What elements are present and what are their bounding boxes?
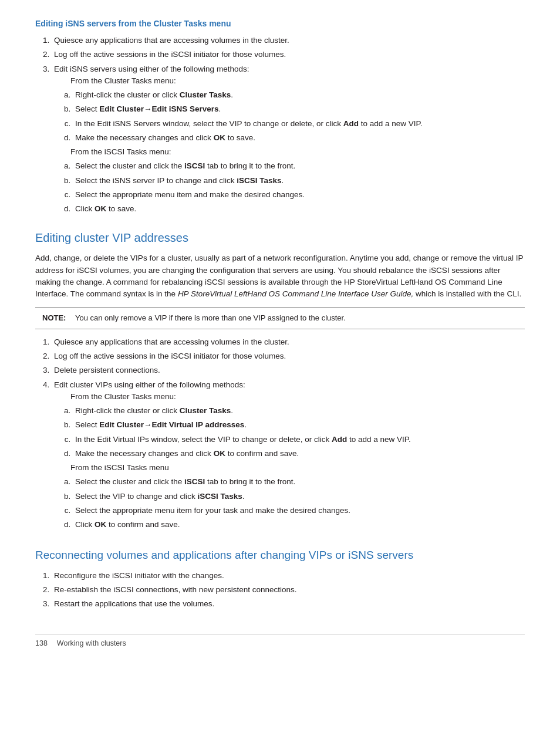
list-item: Click OK to confirm and save. [73,519,525,531]
list-item: Select the cluster and click the iSCSI t… [73,476,525,488]
list-item: Select the iSNS server IP to change and … [73,175,525,187]
list-item: In the Edit Virtual IPs window, select t… [73,434,525,445]
section3-heading: Reconnecting volumes and applications af… [35,547,525,564]
list-item: Select the appropriate menu item and mak… [73,189,525,201]
list-item: Right-click the cluster or click Cluster… [73,89,525,101]
cluster-tasks-substeps2: Right-click the cluster or click Cluster… [73,405,525,460]
list-item: Select Edit Cluster→Edit Virtual IP addr… [73,419,525,431]
list-item: Reconfigure the iSCSI initiator with the… [52,570,525,582]
list-item: Make the necessary changes and click OK … [73,132,525,144]
section2-heading: Editing cluster VIP addresses [35,229,525,247]
section1-heading: Editing iSNS servers from the Cluster Ta… [35,18,525,30]
list-item: In the Edit iSNS Servers window, select … [73,118,525,130]
list-item: Log off the active sessions in the iSCSI… [52,49,525,60]
from-cluster-tasks-label2: From the Cluster Tasks menu: [70,391,525,403]
list-item: Click OK to save. [73,203,525,215]
section2-steps-list: Quiesce any applications that are access… [52,336,525,531]
note-text: You can only remove a VIP if there is mo… [75,312,346,324]
cluster-tasks-substeps: Right-click the cluster or click Cluster… [73,89,525,144]
footer-section-label: Working with clusters [57,638,126,649]
note-box: NOTE: You can only remove a VIP if there… [35,307,525,329]
list-item: Quiesce any applications that are access… [52,35,525,46]
list-item: Select the appropriate menu item for you… [73,505,525,517]
section3-steps-list: Reconfigure the iSCSI initiator with the… [52,570,525,610]
note-label: NOTE: [42,312,70,324]
list-item: Edit iSNS servers using either of the fo… [52,63,525,215]
from-cluster-tasks-label: From the Cluster Tasks menu: [70,75,525,87]
list-item: Re-establish the iSCSI connections, with… [52,584,525,596]
section2-body: Add, change, or delete the VIPs for a cl… [35,252,525,300]
footer: 138 Working with clusters [35,634,525,649]
list-item: Right-click the cluster or click Cluster… [73,405,525,417]
list-item: Restart the applications that use the vo… [52,598,525,610]
list-item: Delete persistent connections. [52,364,525,376]
iscsi-tasks-substeps2: Select the cluster and click the iSCSI t… [73,476,525,531]
list-item: Quiesce any applications that are access… [52,336,525,348]
section1-steps-list: Quiesce any applications that are access… [52,35,525,215]
from-iscsi-tasks-label: From the iSCSI Tasks menu: [70,146,525,158]
iscsi-tasks-substeps: Select the cluster and click the iSCSI t… [73,160,525,215]
list-item: Select the VIP to change and click iSCSI… [73,491,525,502]
list-item: Select Edit Cluster→Edit iSNS Servers. [73,103,525,115]
from-iscsi-tasks-label2: From the iSCSI Tasks menu [70,462,525,474]
list-item: Edit cluster VIPs using either of the fo… [52,379,525,531]
list-item: Log off the active sessions in the iSCSI… [52,350,525,362]
list-item: Make the necessary changes and click OK … [73,448,525,460]
list-item: Select the cluster and click the iSCSI t… [73,160,525,172]
page-number: 138 [35,638,48,649]
